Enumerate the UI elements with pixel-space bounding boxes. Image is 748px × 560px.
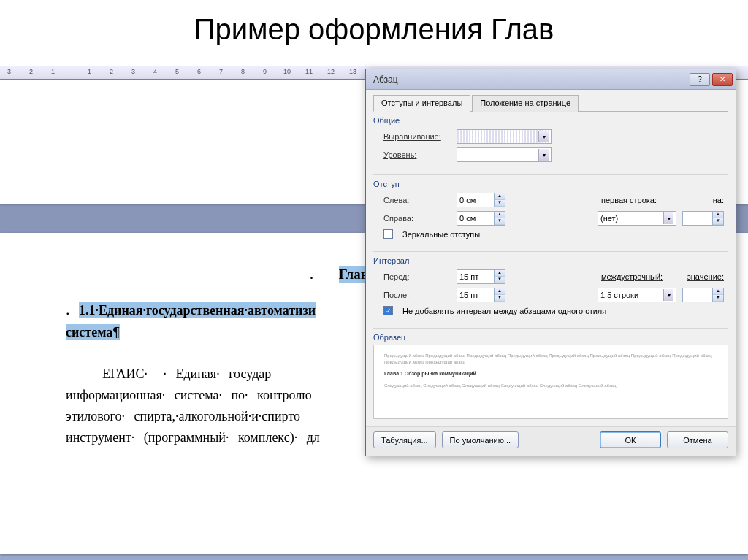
line-spacing-combo[interactable]: 1,5 строки▾: [598, 288, 676, 302]
label-mirror-indents: Зеркальные отступы: [402, 230, 480, 239]
dialog-footer: Табуляция... По умолчанию... ОК Отмена: [366, 426, 736, 456]
group-general: Общие Выравнивание: ▾ Уровень: ▾: [373, 116, 728, 170]
by-spinner[interactable]: ▲▼: [682, 211, 724, 226]
group-indent: Отступ Слева: ▲▼ первая строка: на: Спра…: [373, 180, 728, 247]
dialog-titlebar[interactable]: Абзац ? ✕: [366, 69, 736, 90]
value-spinner[interactable]: ▲▼: [682, 288, 724, 302]
before-input[interactable]: [457, 269, 495, 284]
level-combo[interactable]: ▾: [457, 147, 552, 162]
close-button[interactable]: ✕: [712, 73, 733, 86]
value-input[interactable]: [682, 288, 713, 302]
label-alignment: Выравнивание:: [383, 132, 451, 141]
right-indent-input[interactable]: [457, 211, 495, 226]
help-button[interactable]: ?: [690, 73, 710, 86]
group-indent-title: Отступ: [373, 180, 728, 188]
group-preview: Образец Предыдущий абзац Предыдущий абза…: [373, 333, 728, 419]
dialog-tabs: Отступы и интервалы Положение на страниц…: [373, 94, 728, 112]
label-after: После:: [383, 291, 451, 299]
first-line-combo[interactable]: (нет)▾: [598, 211, 676, 226]
label-no-extra-space: Не добавлять интервал между абзацами одн…: [402, 307, 606, 315]
spin-up-icon[interactable]: ▲: [495, 212, 505, 218]
label-by: на:: [680, 196, 724, 204]
left-indent-input[interactable]: [457, 193, 495, 207]
default-button[interactable]: По умолчанию...: [442, 431, 519, 448]
group-spacing: Интервал Перед: ▲▼ междустрочный: значен…: [373, 256, 728, 323]
paragraph-dialog: Абзац ? ✕ Отступы и интервалы Положение …: [365, 69, 736, 456]
spin-up-icon[interactable]: ▲: [495, 288, 505, 295]
tab-line-breaks[interactable]: Положение на странице: [472, 95, 579, 112]
label-value: значение:: [680, 272, 724, 281]
before-spinner[interactable]: ▲▼: [457, 269, 505, 284]
right-indent-spinner[interactable]: ▲▼: [457, 211, 505, 226]
spin-up-icon[interactable]: ▲: [495, 193, 505, 200]
tab-indents-spacing[interactable]: Отступы и интервалы: [373, 95, 470, 112]
spin-up-icon[interactable]: ▲: [495, 270, 505, 277]
label-left-indent: Слева:: [383, 196, 451, 204]
spin-up-icon[interactable]: ▲: [713, 212, 723, 218]
no-extra-space-checkbox[interactable]: [383, 306, 393, 315]
ok-button[interactable]: ОК: [600, 431, 661, 448]
label-before: Перед:: [383, 272, 451, 281]
cancel-button[interactable]: Отмена: [667, 431, 728, 448]
group-general-title: Общие: [373, 116, 728, 125]
chevron-down-icon: ▾: [663, 212, 673, 224]
group-spacing-title: Интервал: [373, 256, 728, 265]
label-right-indent: Справа:: [383, 214, 451, 223]
mirror-indents-checkbox[interactable]: [383, 229, 393, 239]
spin-down-icon[interactable]: ▼: [495, 295, 505, 302]
after-input[interactable]: [457, 288, 495, 302]
spin-down-icon[interactable]: ▼: [713, 218, 723, 225]
spin-down-icon[interactable]: ▼: [495, 277, 505, 283]
chevron-down-icon: ▾: [663, 289, 673, 301]
chevron-down-icon: ▾: [538, 149, 549, 161]
label-first-line: первая строка:: [601, 196, 674, 204]
tabs-button[interactable]: Табуляция...: [373, 431, 436, 448]
spin-down-icon[interactable]: ▼: [495, 218, 505, 225]
label-outline-level: Уровень:: [383, 150, 451, 159]
chevron-down-icon: ▾: [538, 131, 549, 142]
alignment-combo[interactable]: ▾: [457, 129, 552, 144]
left-indent-spinner[interactable]: ▲▼: [457, 193, 505, 207]
spin-down-icon[interactable]: ▼: [495, 200, 505, 207]
slide-title: Пример оформления Глав: [0, 0, 748, 53]
group-preview-title: Образец: [373, 333, 728, 342]
after-spinner[interactable]: ▲▼: [457, 288, 505, 302]
label-line-spacing: междустрочный:: [601, 272, 674, 281]
preview-box: Предыдущий абзац Предыдущий абзац Предыд…: [373, 345, 728, 419]
by-input[interactable]: [682, 211, 713, 226]
spin-up-icon[interactable]: ▲: [713, 288, 723, 295]
dialog-title: Абзац: [373, 74, 398, 85]
spin-down-icon[interactable]: ▼: [713, 295, 723, 302]
